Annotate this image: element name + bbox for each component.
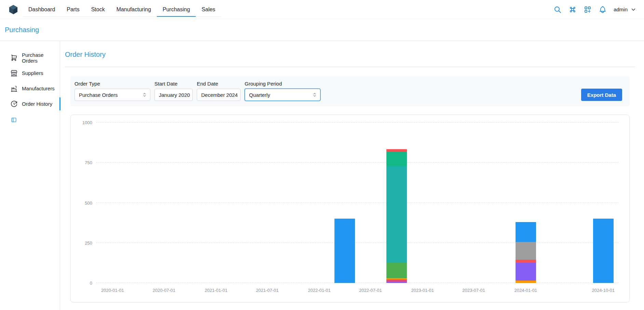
sidebar-item-purchase-orders[interactable]: Purchase Orders xyxy=(0,50,60,65)
nav-tab-stock[interactable]: Stock xyxy=(85,2,111,17)
selector-icon xyxy=(312,92,317,98)
sidebar-item-order-history[interactable]: Order History xyxy=(0,96,60,112)
user-menu[interactable]: admin xyxy=(614,7,636,13)
nav-tab-parts[interactable]: Parts xyxy=(61,2,85,17)
nav-actions xyxy=(553,5,607,14)
search-icon[interactable] xyxy=(553,5,562,14)
bar-segment xyxy=(516,263,536,281)
store-icon xyxy=(10,69,18,77)
selector-icon xyxy=(142,92,147,98)
y-axis-tick-label: 250 xyxy=(85,240,92,245)
y-axis-tick-label: 0 xyxy=(90,281,92,286)
x-axis-tick-label: 2024-01-01 xyxy=(515,288,537,293)
grouping-period-select[interactable]: Quarterly xyxy=(245,89,320,101)
gridline xyxy=(96,122,618,122)
sidebar-nav: Purchase OrdersSuppliersManufacturersOrd… xyxy=(0,50,60,112)
stacked-bar xyxy=(334,219,355,283)
grouping-period-field: Grouping Period Quarterly xyxy=(245,81,320,101)
nav-tabs: DashboardPartsStockManufacturingPurchasi… xyxy=(23,2,221,17)
end-date-value: December 2024 xyxy=(201,92,238,98)
end-date-input[interactable]: December 2024 xyxy=(197,89,241,101)
nav-tab-sales[interactable]: Sales xyxy=(196,2,221,17)
bar-segment xyxy=(386,149,407,152)
bar-segment xyxy=(516,222,536,242)
x-axis-tick-label: 2020-01-01 xyxy=(101,288,124,293)
sidebar-item-suppliers[interactable]: Suppliers xyxy=(0,65,60,81)
sidebar: Purchase OrdersSuppliersManufacturersOrd… xyxy=(0,41,60,310)
x-axis-tick-label: 2022-07-01 xyxy=(359,288,382,293)
factory-icon xyxy=(10,85,18,92)
bar-segment xyxy=(593,219,614,283)
bar-segment xyxy=(516,242,536,260)
nav-tab-purchasing[interactable]: Purchasing xyxy=(157,2,196,17)
sidebar-item-label: Purchase Orders xyxy=(22,52,60,64)
nav-tab-dashboard[interactable]: Dashboard xyxy=(23,2,61,17)
grouping-period-label: Grouping Period xyxy=(245,81,320,87)
order-history-chart: 025050075010002020-01-012020-07-012021-0… xyxy=(70,115,630,302)
chart-plot: 025050075010002020-01-012020-07-012021-0… xyxy=(96,122,618,283)
top-navbar: DashboardPartsStockManufacturingPurchasi… xyxy=(0,0,644,19)
cart-icon xyxy=(10,54,18,62)
start-date-field: Start Date January 2020 xyxy=(154,81,193,101)
page-title: Purchasing xyxy=(5,26,39,34)
stacked-bar xyxy=(386,149,407,283)
bar-segment xyxy=(334,219,355,283)
gridline xyxy=(96,283,618,283)
page-header: Purchasing xyxy=(0,19,644,41)
sidebar-item-label: Manufacturers xyxy=(22,86,55,91)
bar-segment xyxy=(386,152,407,166)
order-type-field: Order Type Purchase Orders xyxy=(74,81,150,101)
x-axis-tick-label: 2021-07-01 xyxy=(256,288,279,293)
sidebar-item-manufacturers[interactable]: Manufacturers xyxy=(0,81,60,96)
bar-segment xyxy=(386,282,407,283)
gridline xyxy=(96,243,618,243)
y-axis-tick-label: 1000 xyxy=(82,120,92,125)
bar-segment xyxy=(386,166,407,262)
divider xyxy=(65,67,635,67)
x-axis-tick-label: 2021-01-01 xyxy=(205,288,228,293)
order-type-label: Order Type xyxy=(74,81,150,87)
command-icon[interactable] xyxy=(568,5,577,14)
order-type-select[interactable]: Purchase Orders xyxy=(74,89,150,101)
scan-icon[interactable] xyxy=(584,5,592,14)
nav-tab-manufacturing[interactable]: Manufacturing xyxy=(111,2,157,17)
app-logo[interactable] xyxy=(8,4,19,15)
chevron-down-icon xyxy=(630,7,636,13)
sidebar-item-label: Order History xyxy=(22,101,52,107)
filter-panel: Order Type Purchase Orders Start Date Ja… xyxy=(70,76,630,106)
username: admin xyxy=(614,7,628,12)
bar-segment xyxy=(516,260,536,263)
end-date-label: End Date xyxy=(197,81,241,87)
start-date-label: Start Date xyxy=(154,81,193,87)
bar-segment xyxy=(386,262,407,279)
export-data-button[interactable]: Export Data xyxy=(581,89,622,101)
grouping-period-value: Quarterly xyxy=(249,92,270,98)
end-date-field: End Date December 2024 xyxy=(197,81,241,101)
order-type-value: Purchase Orders xyxy=(79,92,118,98)
gridline xyxy=(96,162,618,163)
y-axis-tick-label: 500 xyxy=(85,200,92,205)
bell-icon[interactable] xyxy=(599,5,607,14)
section-heading: Order History xyxy=(65,51,635,59)
x-axis-tick-label: 2022-01-01 xyxy=(308,288,331,293)
gridline xyxy=(96,203,618,203)
start-date-input[interactable]: January 2020 xyxy=(154,89,193,101)
x-axis-tick-label: 2023-01-01 xyxy=(411,288,434,293)
main-content: Order History Order Type Purchase Orders… xyxy=(60,41,644,310)
sidebar-item-label: Suppliers xyxy=(22,70,43,76)
bar-segment xyxy=(516,281,536,283)
x-axis-tick-label: 2023-07-01 xyxy=(462,288,485,293)
y-axis-tick-label: 750 xyxy=(85,160,92,165)
stacked-bar xyxy=(516,222,536,283)
sidebar-toggle-icon[interactable] xyxy=(11,117,17,123)
stacked-bar xyxy=(593,219,614,283)
history-icon xyxy=(10,100,18,108)
x-axis-tick-label: 2020-07-01 xyxy=(153,288,176,293)
x-axis-tick-label: 2024-10-01 xyxy=(592,288,615,293)
start-date-value: January 2020 xyxy=(159,92,190,98)
